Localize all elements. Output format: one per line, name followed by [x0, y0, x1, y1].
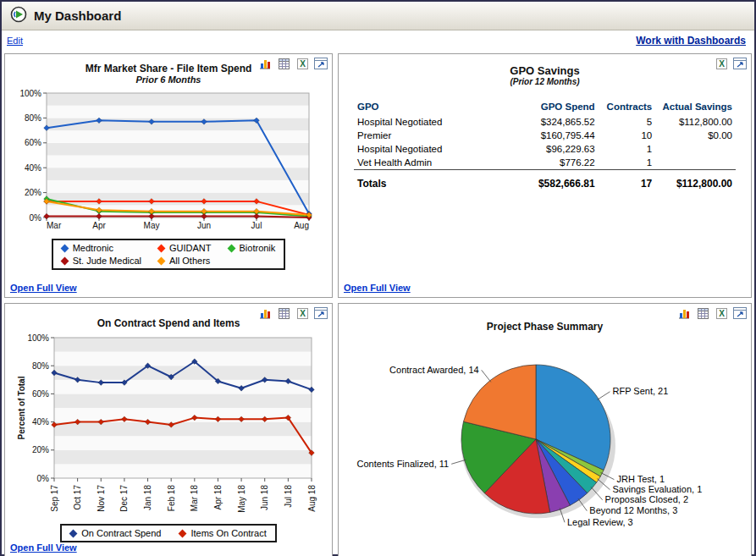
panel-toolbar: X	[676, 306, 748, 320]
totals-cell: $112,800.00	[655, 170, 736, 192]
dashboard-grid: X Mfr Market Share - File Item Spend Pri…	[2, 51, 754, 556]
table-view-icon[interactable]	[276, 306, 291, 320]
panel-project-phase: X Project Phase Summary RFP Sent, 21JRH …	[338, 303, 752, 556]
full-view-icon[interactable]	[732, 57, 748, 70]
svg-text:Contents Finalized, 11: Contents Finalized, 11	[356, 459, 449, 469]
excel-export-icon[interactable]: X	[714, 57, 729, 70]
table-cell: $160,795.44	[499, 129, 598, 142]
table-cell: $324,865.52	[499, 115, 598, 129]
svg-text:20%: 20%	[32, 445, 49, 454]
legend-label: St. Jude Medical	[73, 256, 141, 266]
full-view-icon[interactable]	[313, 306, 328, 320]
table-cell: Hospital Negotiated	[354, 115, 499, 129]
open-full-view-link[interactable]: Open Full View	[344, 283, 411, 293]
table-row: Premier$160,795.4410$0.00	[354, 129, 736, 142]
table-cell: Vet Health Admin	[354, 156, 499, 170]
legend-label: Biotronik	[240, 243, 276, 253]
legend-item: On Contract Spend	[70, 528, 161, 538]
table-row: Hospital Negotiated$324,865.525$112,800.…	[354, 115, 736, 129]
svg-text:Beyond 12 Months, 3: Beyond 12 Months, 3	[589, 505, 677, 515]
legend-label: Medtronic	[73, 243, 113, 253]
panel-toolbar: X	[257, 57, 328, 70]
panel-mfr-market-share: X Mfr Market Share - File Item Spend Pri…	[4, 53, 333, 298]
table-cell: Hospital Negotiated	[354, 142, 499, 156]
legend-item: St. Jude Medical	[62, 256, 141, 266]
dashboard-logo-icon	[10, 6, 27, 26]
svg-text:Jun 18: Jun 18	[260, 485, 269, 510]
svg-text:Percent of Total: Percent of Total	[17, 376, 26, 439]
totals-cell: 17	[599, 170, 656, 192]
svg-text:Apr: Apr	[92, 221, 106, 230]
chart-legend: MedtronicGUIDANTBiotronikSt. Jude Medica…	[52, 239, 286, 270]
excel-export-icon[interactable]: X	[295, 57, 310, 70]
chart-subtitle: Prior 6 Months	[10, 74, 327, 85]
table-cell: 5	[599, 115, 656, 129]
column-chart-view-icon[interactable]	[257, 306, 273, 320]
table-header-row: GPOGPO SpendContractsActual Savings	[354, 100, 736, 115]
legend-marker-icon	[69, 529, 78, 537]
gpo-table: GPOGPO SpendContractsActual SavingsHospi…	[354, 100, 736, 191]
gpo-savings-table: GPOGPO SpendContractsActual SavingsHospi…	[344, 86, 746, 191]
chart-subtitle: (Prior 12 Months)	[344, 77, 746, 86]
open-full-view-link[interactable]: Open Full View	[10, 542, 77, 553]
svg-text:RFP Sent, 21: RFP Sent, 21	[612, 386, 668, 396]
legend-label: Items On Contract	[190, 528, 266, 538]
table-cell: 10	[599, 129, 656, 142]
svg-text:Jun: Jun	[197, 221, 211, 230]
legend-marker-icon	[60, 244, 69, 252]
work-with-dashboards-link[interactable]: Work with Dashboards	[636, 35, 746, 47]
svg-text:Dec 17: Dec 17	[119, 485, 129, 512]
open-full-view-link[interactable]: Open Full View	[10, 283, 77, 293]
svg-text:May: May	[144, 221, 160, 230]
svg-text:20%: 20%	[25, 188, 41, 197]
full-view-icon[interactable]	[732, 306, 748, 320]
column-chart-view-icon[interactable]	[676, 306, 692, 320]
legend-marker-icon	[179, 529, 187, 537]
on-contract-chart: 0%20%40%60%80%100%Sep 17Oct 17Nov 17Dec …	[15, 331, 322, 520]
svg-text:80%: 80%	[32, 361, 49, 371]
table-view-icon[interactable]	[276, 57, 291, 70]
panel-on-contract: X On Contract Spend and Items 0%20%40%60…	[4, 303, 333, 556]
totals-row: Totals$582,666.8117$112,800.00	[354, 170, 736, 192]
chart-title: Project Phase Summary	[344, 321, 746, 333]
svg-text:Feb 18: Feb 18	[167, 485, 176, 512]
svg-text:X: X	[719, 309, 725, 318]
panel-toolbar: X	[714, 57, 748, 70]
excel-export-icon[interactable]: X	[295, 306, 310, 320]
chart-title: GPO Savings	[344, 64, 746, 77]
svg-text:Proposals Closed, 2: Proposals Closed, 2	[604, 494, 687, 504]
sub-header: Edit Work with Dashboards	[2, 30, 754, 51]
column-chart-view-icon[interactable]	[257, 57, 273, 70]
legend-label: On Contract Spend	[81, 528, 161, 538]
excel-export-icon[interactable]: X	[714, 306, 729, 320]
page-title: My Dashboard	[34, 8, 121, 23]
svg-text:Aug 18: Aug 18	[307, 485, 317, 512]
svg-text:Apr 18: Apr 18	[213, 485, 223, 510]
legend-item: Biotronik	[229, 243, 276, 253]
svg-text:Legal Review, 3: Legal Review, 3	[567, 517, 633, 527]
chart-legend: On Contract SpendItems On Contract	[60, 524, 276, 542]
svg-text:Jan 18: Jan 18	[143, 485, 152, 510]
svg-text:Mar 18: Mar 18	[190, 485, 199, 512]
svg-text:Jul: Jul	[251, 221, 262, 230]
column-header: Actual Savings	[655, 100, 736, 115]
legend-item: Medtronic	[62, 243, 141, 253]
svg-text:100%: 100%	[27, 333, 49, 343]
svg-text:X: X	[300, 309, 306, 318]
svg-text:100%: 100%	[19, 89, 41, 98]
legend-marker-icon	[60, 256, 69, 265]
svg-text:Jul 18: Jul 18	[284, 485, 293, 508]
full-view-icon[interactable]	[313, 57, 328, 70]
legend-marker-icon	[227, 244, 235, 252]
panel-toolbar: X	[257, 306, 328, 320]
svg-text:Aug: Aug	[294, 221, 309, 230]
svg-text:X: X	[300, 59, 306, 69]
legend-marker-icon	[157, 256, 166, 265]
table-cell: 1	[599, 142, 656, 156]
edit-link[interactable]: Edit	[7, 36, 23, 46]
svg-text:0%: 0%	[37, 474, 50, 483]
table-view-icon[interactable]	[695, 306, 710, 320]
svg-text:40%: 40%	[32, 417, 49, 427]
svg-text:60%: 60%	[32, 389, 49, 399]
svg-text:0%: 0%	[30, 213, 42, 223]
